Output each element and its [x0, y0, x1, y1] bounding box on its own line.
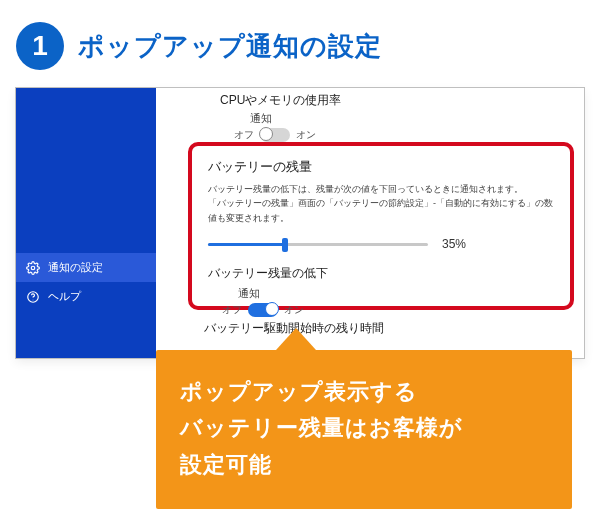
cpu-toggle-row: オフ オン	[234, 128, 540, 142]
battery-threshold-slider[interactable]	[208, 237, 428, 251]
step-header: 1 ポップアップ通知の設定	[0, 0, 600, 88]
settings-screenshot: 通知の設定 ヘルプ CPUやメモリの使用率 通知 オフ オン	[16, 88, 584, 358]
battery-section-description: バッテリー残量の低下は、残量が次の値を下回っているときに通知されます。 「バッテ…	[208, 182, 554, 225]
callout-line3: 設定可能	[180, 452, 272, 477]
battery-low-toggle[interactable]	[248, 303, 278, 317]
content-area: CPUやメモリの使用率 通知 オフ オン バッテリーの残量 バッテリー残量の低下…	[156, 88, 584, 358]
battery-section-title: バッテリーの残量	[208, 158, 554, 176]
battery-threshold-value: 35%	[442, 237, 466, 251]
callout-line2: バッテリー残量はお客様が	[180, 415, 463, 440]
svg-point-2	[33, 299, 34, 300]
section-battery-boot-time: バッテリー駆動開始時の残り時間	[204, 320, 572, 337]
step-number-badge: 1	[16, 22, 64, 70]
battery-desc-line2: 「バッテリーの残量」画面の「バッテリーの節約設定」-「自動的に有効にする」の数値…	[208, 198, 553, 222]
help-icon	[26, 290, 40, 304]
cpu-toggle-on-label: オン	[296, 128, 316, 142]
sidebar-item-help[interactable]: ヘルプ	[16, 282, 156, 311]
battery-low-notif-label: 通知	[238, 286, 554, 301]
step-title: ポップアップ通知の設定	[78, 29, 382, 64]
step-number: 1	[32, 30, 48, 62]
battery-low-toggle-row: オフ オン	[222, 303, 554, 317]
callout-bubble: ポップアップ表示する バッテリー残量はお客様が 設定可能	[156, 350, 572, 509]
cpu-section-title: CPUやメモリの使用率	[220, 92, 540, 109]
battery-section-highlight: バッテリーの残量 バッテリー残量の低下は、残量が次の値を下回っているときに通知さ…	[188, 142, 574, 310]
sidebar-spacer	[16, 88, 156, 253]
battery-desc-line1: バッテリー残量の低下は、残量が次の値を下回っているときに通知されます。	[208, 184, 523, 194]
sidebar: 通知の設定 ヘルプ	[16, 88, 156, 358]
svg-point-0	[31, 266, 35, 270]
sidebar-item-label: ヘルプ	[48, 289, 81, 304]
callout-line1: ポップアップ表示する	[180, 379, 418, 404]
cpu-toggle[interactable]	[260, 128, 290, 142]
gear-icon	[26, 261, 40, 275]
cpu-toggle-off-label: オフ	[234, 128, 254, 142]
battery-slider-row: 35%	[208, 237, 554, 251]
battery-low-subtitle: バッテリー残量の低下	[208, 265, 554, 282]
battery-low-toggle-on-label: オン	[284, 303, 304, 317]
battery-low-toggle-off-label: オフ	[222, 303, 242, 317]
cpu-notif-label: 通知	[250, 111, 540, 126]
sidebar-item-label: 通知の設定	[48, 260, 103, 275]
sidebar-item-notification-settings[interactable]: 通知の設定	[16, 253, 156, 282]
